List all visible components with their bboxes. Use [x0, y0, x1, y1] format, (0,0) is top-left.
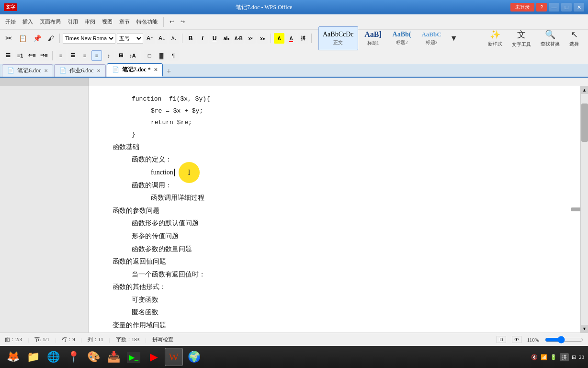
taskbar-files[interactable]: 📁 — [24, 348, 42, 366]
maximize-button[interactable]: □ — [561, 3, 572, 12]
text-tools-button[interactable]: 文 文字工具 — [509, 27, 534, 50]
menu-chapter[interactable]: 章节 — [117, 17, 132, 27]
highlight-button[interactable]: A — [274, 33, 284, 44]
scroll-up-button[interactable]: ▲ — [581, 86, 588, 94]
help-button[interactable]: ? — [536, 3, 547, 12]
indent-decrease-button[interactable]: ⇐≡ — [27, 50, 37, 61]
font-grow-button[interactable]: A↑ — [145, 33, 155, 44]
style-heading1[interactable]: AaB] 标题1 — [360, 26, 386, 50]
superscript-button[interactable]: A·B — [233, 33, 244, 44]
subscript2-button[interactable]: x₂ — [257, 33, 268, 44]
section-call: 函数的调用： — [132, 179, 561, 192]
document-area[interactable]: function f1($x, $y){ $re = $x + $y; retu… — [89, 86, 580, 333]
scroll-thumb[interactable] — [581, 104, 588, 142]
taskbar-browser2[interactable]: 🌍 — [185, 348, 203, 366]
italic-button[interactable]: I — [197, 33, 208, 44]
menu-view[interactable]: 视图 — [100, 17, 115, 27]
maps-icon: 📍 — [67, 351, 80, 363]
menu-review[interactable]: 审阅 — [82, 17, 98, 27]
tray-battery-icon[interactable]: 🔋 — [550, 354, 557, 360]
underline-button[interactable]: U — [209, 33, 220, 44]
login-button[interactable]: 未登录 — [510, 3, 534, 12]
indent-increase-button[interactable]: ⇒≡ — [39, 50, 49, 61]
paste-button[interactable]: 📌 — [31, 33, 44, 44]
taskbar-maps[interactable]: 📍 — [64, 348, 82, 366]
menu-special[interactable]: 特色功能 — [134, 17, 160, 27]
tab-note7[interactable]: 📄 笔记7.doc * ✕ — [107, 63, 163, 77]
font-shrink-button[interactable]: A↓ — [157, 33, 167, 44]
cut-button[interactable]: ✂ — [3, 32, 15, 45]
view-normal-button[interactable]: 🗋 — [497, 336, 506, 343]
align-center-button[interactable]: ☰ — [68, 50, 78, 61]
new-style-button[interactable]: ✨ 新样式 — [485, 27, 506, 49]
scroll-track[interactable] — [581, 94, 588, 325]
minimize-button[interactable]: — — [549, 3, 559, 12]
view-read-button[interactable]: 👁 — [512, 336, 521, 343]
font-select[interactable]: Times New Roma — [63, 33, 115, 44]
list-number-button[interactable]: ≡1 — [15, 50, 25, 61]
taskbar: 🦊 📁 🌐 📍 🎨 📥 ▶_ ▶ W 🌍 🔇 📶 🔋 拼 ⊞ 20 — [0, 346, 588, 368]
tab-homework6-icon: 📄 — [59, 67, 67, 74]
taskbar-chrome[interactable]: 🌐 — [44, 348, 62, 366]
copy-button[interactable]: 📋 — [16, 33, 29, 44]
scrollbar[interactable]: ▲ ▼ — [580, 86, 588, 333]
font-color-button[interactable]: A — [286, 33, 296, 44]
tray-input-method[interactable]: 拼 — [560, 353, 569, 361]
document-content[interactable]: function f1($x, $y){ $re = $x + $y; retu… — [113, 93, 561, 333]
paragraph-mark-button[interactable]: ¶ — [168, 50, 179, 61]
shading-button[interactable]: ▓ — [156, 50, 167, 61]
tray-sound-icon[interactable]: 🔇 — [531, 354, 538, 360]
font-shade-button[interactable]: 拼 — [298, 33, 308, 44]
menu-start[interactable]: 开始 — [3, 17, 18, 27]
taskbar-terminal[interactable]: ▶_ — [124, 348, 143, 366]
undo-button[interactable]: ↩ — [167, 17, 176, 26]
tab-note6[interactable]: 📄 笔记6.doc ✕ — [2, 64, 53, 77]
bold-button[interactable]: B — [185, 33, 196, 44]
taskbar-firefox[interactable]: 🦊 — [4, 348, 22, 366]
new-tab-button[interactable]: + — [164, 66, 174, 77]
find-replace-icon: 🔍 — [545, 29, 555, 40]
style-heading2[interactable]: AaBb( 标题2 — [388, 26, 416, 50]
close-button[interactable]: ✕ — [574, 3, 584, 12]
sort-button[interactable]: ↕A — [127, 50, 138, 61]
menu-layout[interactable]: 页面布局 — [37, 17, 63, 27]
tray-network-icon[interactable]: 📶 — [541, 354, 547, 360]
style-heading3[interactable]: AaBbC 标题3 — [417, 26, 445, 50]
clear-format-button[interactable]: Aₓ — [169, 33, 179, 44]
strikethrough-button[interactable]: ab̶ — [221, 33, 232, 44]
border-button[interactable]: □ — [144, 50, 155, 61]
status-spellcheck: 拼写检查 — [152, 336, 173, 343]
zoom-slider[interactable] — [545, 336, 583, 344]
tab-homework6-close[interactable]: ✕ — [97, 68, 101, 73]
section-function-word[interactable]: function I — [151, 166, 561, 179]
menu-insert[interactable]: 插入 — [20, 17, 35, 27]
font-size-select[interactable]: 五号 — [117, 33, 143, 44]
tray-windows-icon[interactable]: ⊞ — [572, 354, 576, 360]
redo-button[interactable]: ↪ — [178, 17, 187, 26]
list-bullet-button[interactable]: ☰ — [3, 50, 13, 61]
style-normal[interactable]: AaBbCcDc 正文 — [318, 26, 358, 50]
subscript-button[interactable]: x² — [245, 33, 256, 44]
tab-note6-close[interactable]: ✕ — [44, 68, 48, 73]
align-right-button[interactable]: ≡ — [79, 50, 90, 61]
taskbar-downloads[interactable]: 📥 — [104, 348, 123, 366]
paint-icon: 🎨 — [87, 351, 100, 363]
section-params: 函数的参数问题 — [113, 205, 561, 218]
columns-button[interactable]: ⊞ — [115, 50, 126, 61]
format-paint-button[interactable]: 🖌 — [45, 33, 57, 44]
styles-more-button[interactable]: ▼ — [448, 34, 460, 43]
taskbar-wps[interactable]: W — [165, 348, 183, 366]
scroll-down-button[interactable]: ▼ — [581, 325, 588, 333]
align-left-button[interactable]: ≡ — [56, 50, 66, 61]
menu-reference[interactable]: 引用 — [65, 17, 80, 27]
taskbar-live[interactable]: ▶ — [145, 348, 163, 366]
find-replace-button[interactable]: 🔍 查找替换 — [537, 27, 563, 49]
tab-homework6[interactable]: 📄 作业6.doc ✕ — [54, 64, 105, 77]
taskbar-paint[interactable]: 🎨 — [84, 348, 102, 366]
tab-note7-close[interactable]: ✕ — [154, 67, 158, 72]
wps-floating-button[interactable]: 中 — [571, 207, 580, 211]
line-spacing-button[interactable]: ↕ — [103, 50, 114, 61]
select-button[interactable]: ↖ 选择 — [566, 27, 582, 49]
tab-homework6-label: 作业6.doc — [69, 67, 93, 75]
justify-button[interactable]: ≡ — [91, 50, 102, 61]
